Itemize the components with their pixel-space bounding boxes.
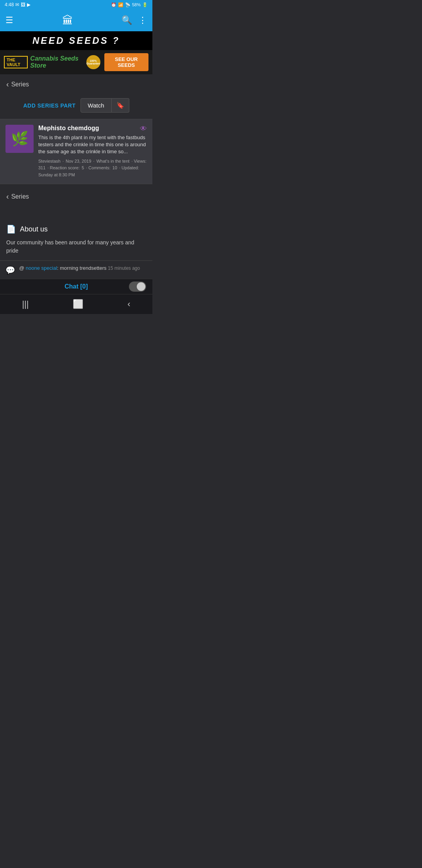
- wifi-icon: 📶: [118, 2, 123, 7]
- recent-apps-icon[interactable]: |||: [22, 299, 29, 309]
- chat-message-text: @ noone special: morning trendsetters 15…: [19, 265, 140, 272]
- post-header: Mephisto chemdogg 👁: [38, 125, 147, 134]
- series-back-header-2[interactable]: ‹ Series: [0, 184, 152, 217]
- plant-thumbnail-icon: 🌿: [11, 131, 29, 147]
- post-meta-dot-4: · Reaction score:: [47, 165, 81, 170]
- status-bar: 4:48 ✉ 🖼 ▶ ⏰ 📶 📡 58% 🔋: [0, 0, 152, 9]
- toggle-knob: [137, 282, 145, 291]
- nav-bar: ☰ 🏛 🔍 ⋮: [0, 9, 152, 31]
- post-meta-dot-2: ·: [93, 159, 96, 163]
- gmail-icon: ✉: [15, 2, 19, 7]
- series-label-2: Series: [11, 193, 29, 200]
- status-left: 4:48 ✉ 🖼 ▶: [5, 2, 30, 7]
- vault-label: THE VAULT: [4, 56, 28, 68]
- post-meta-dot-5: · Comments:: [86, 165, 111, 170]
- chat-message: : morning trendsetters: [57, 265, 108, 271]
- guarantee-text: 100% Guarantee: [86, 59, 100, 65]
- play-icon: ▶: [27, 2, 30, 7]
- chat-bar[interactable]: Chat [0]: [0, 279, 152, 294]
- post-views: 311: [38, 165, 45, 170]
- time: 4:48: [5, 2, 14, 7]
- at-symbol: @: [19, 265, 26, 271]
- status-right: ⏰ 📶 📡 58% 🔋: [111, 2, 148, 7]
- post-content: Mephisto chemdogg 👁 This is the 4th plan…: [38, 125, 147, 178]
- cannabis-store-text: Cannabis Seeds Store: [30, 55, 82, 69]
- battery-icon: 🔋: [142, 2, 148, 7]
- banner-bottom[interactable]: THE VAULT Cannabis Seeds Store 100% Guar…: [0, 50, 152, 74]
- banner-top: NEED SEEDS ?: [0, 31, 152, 50]
- home-icon[interactable]: ⬜: [73, 299, 83, 309]
- search-icon[interactable]: 🔍: [122, 15, 132, 25]
- post-date: Nov 23, 2019: [66, 159, 91, 163]
- series-label-1: Series: [11, 81, 29, 88]
- chat-bubble-icon: 💬: [5, 265, 15, 275]
- post-card: 🌿 Mephisto chemdogg 👁 This is the 4th pl…: [0, 119, 152, 184]
- nav-right-icons: 🔍 ⋮: [122, 15, 147, 25]
- app-logo: 🏛: [62, 14, 73, 27]
- back-arrow-icon-2: ‹: [6, 192, 9, 201]
- chat-username[interactable]: noone special: [26, 265, 57, 271]
- document-icon: 📄: [6, 224, 16, 234]
- bookmark-button[interactable]: 🔖: [112, 98, 129, 113]
- see-seeds-button[interactable]: SEE OUR SEEDS: [104, 53, 149, 71]
- about-title-text: About us: [20, 225, 48, 233]
- signal-icon: 📡: [125, 2, 131, 7]
- about-title-row: 📄 About us: [6, 224, 146, 234]
- logo-emoji: 🏛: [62, 14, 73, 27]
- vault-logo-area: THE VAULT Cannabis Seeds Store: [4, 55, 82, 69]
- post-meta-dot-1: ·: [63, 159, 65, 163]
- guarantee-badge: 100% Guarantee: [86, 55, 100, 69]
- about-body-text: Our community has been around for many y…: [6, 239, 146, 255]
- post-reaction-score: 5: [82, 165, 84, 170]
- chat-label[interactable]: Chat [0]: [64, 283, 88, 290]
- hamburger-menu-icon[interactable]: ☰: [5, 15, 13, 25]
- back-icon[interactable]: ‹: [127, 299, 130, 309]
- more-options-icon[interactable]: ⋮: [138, 15, 147, 25]
- bookmark-icon: 🔖: [116, 102, 124, 109]
- chat-toggle[interactable]: [129, 282, 146, 292]
- chat-timestamp: 15 minutes ago: [108, 265, 140, 271]
- watch-bookmark-group: Watch 🔖: [80, 98, 129, 113]
- alarm-icon: ⏰: [111, 2, 116, 7]
- post-meta: Steviestash · Nov 23, 2019 · What's in t…: [38, 158, 147, 179]
- series-back-header-1[interactable]: ‹ Series: [0, 74, 152, 94]
- banner-top-text: NEED SEEDS ?: [32, 35, 120, 46]
- post-meta-dot-3: · Views:: [131, 159, 146, 163]
- post-excerpt: This is the 4th plant in my tent with th…: [38, 134, 147, 156]
- post-title[interactable]: Mephisto chemdogg: [38, 125, 99, 132]
- eye-icon: 👁: [140, 125, 147, 133]
- android-nav-bar: ||| ⬜ ‹: [0, 294, 152, 314]
- post-category[interactable]: What's in the tent: [97, 159, 130, 163]
- battery-text: 58%: [132, 2, 141, 7]
- chat-notification: 💬 @ noone special: morning trendsetters …: [0, 260, 152, 279]
- add-series-part-button[interactable]: ADD SERIES PART: [23, 102, 76, 109]
- post-author[interactable]: Steviestash: [38, 159, 61, 163]
- image-icon: 🖼: [21, 2, 25, 7]
- back-arrow-icon-1: ‹: [6, 80, 9, 89]
- watch-button[interactable]: Watch: [80, 98, 112, 113]
- post-meta-dot-6: · Updated:: [119, 165, 139, 170]
- about-section: 📄 About us Our community has been around…: [0, 217, 152, 260]
- post-thumbnail: 🌿: [5, 125, 34, 153]
- post-updated: Sunday at 8:30 PM: [38, 172, 75, 177]
- post-comments: 10: [113, 165, 117, 170]
- action-row: ADD SERIES PART Watch 🔖: [0, 94, 152, 119]
